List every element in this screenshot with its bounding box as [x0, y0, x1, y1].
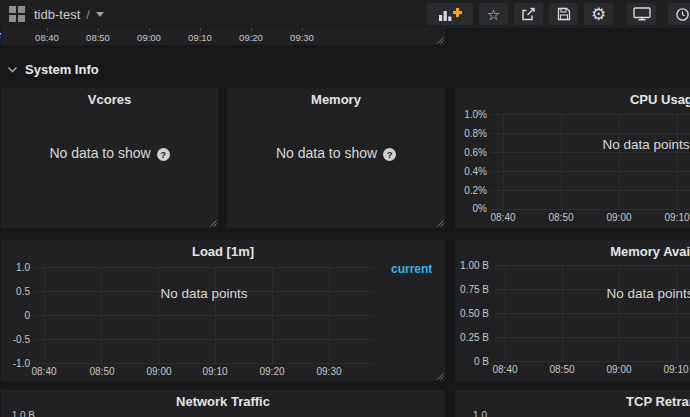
share-icon	[521, 7, 536, 21]
breadcrumb-separator: /	[86, 7, 90, 22]
y-tick: 1.0	[459, 410, 487, 417]
x-tick: 09:20	[234, 32, 268, 43]
add-panel-icon	[438, 7, 462, 22]
x-tick: 08:40	[30, 32, 64, 43]
breadcrumb: tidb-test / tidb-test-Overview	[0, 6, 104, 22]
y-tick: -1.0	[3, 358, 30, 369]
x-tick: 08:50	[545, 364, 579, 375]
y-tick: 1.00 B	[457, 260, 489, 271]
panel-title[interactable]: TCP Retrans	[455, 394, 690, 409]
x-tick: 09:10	[183, 32, 217, 43]
monitor-icon	[633, 7, 651, 21]
clock-icon	[675, 7, 690, 22]
tv-mode-button[interactable]	[627, 3, 656, 25]
panel-memory: Memory No data to show?	[227, 88, 445, 228]
y-tick: 0.25 B	[457, 332, 489, 343]
panel-title[interactable]: Vcores	[1, 92, 218, 107]
grafana-menu-icon[interactable]	[9, 6, 25, 22]
help-icon[interactable]: ?	[383, 148, 396, 161]
y-tick: 0.6%	[457, 147, 487, 158]
x-tick: 08:50	[544, 212, 578, 223]
x-tick: 08:50	[81, 32, 115, 43]
panel-title[interactable]: Network Traffic	[1, 394, 445, 409]
star-icon: ☆	[487, 7, 500, 22]
y-tick: 0.8%	[457, 128, 487, 139]
x-tick: 09:00	[602, 364, 636, 375]
section-title: System Info	[25, 62, 99, 77]
x-tick: 09:10	[659, 364, 690, 375]
axis-tick	[149, 28, 150, 31]
dashboard-dropdown-caret-icon[interactable]	[96, 12, 104, 17]
legend-current[interactable]: current	[391, 262, 432, 276]
graph-area[interactable]	[495, 265, 690, 362]
dashboard-canvas: 08:40 08:50 09:00 09:10 09:20 09:30 Syst…	[0, 28, 690, 417]
y-tick: -0.5	[3, 334, 30, 345]
no-data-message: No data to show?	[1, 145, 218, 161]
y-tick: 1.0 B	[5, 410, 35, 417]
panel-title[interactable]: CPU Usage	[455, 92, 690, 107]
axis-tick	[251, 28, 252, 31]
graph-area[interactable]	[34, 267, 374, 364]
y-tick: 1.0%	[457, 109, 487, 120]
panel-resize-handle[interactable]	[437, 373, 444, 380]
breadcrumb-folder[interactable]: tidb-test	[34, 7, 80, 22]
panel-network-traffic: Network Traffic 1.0 B	[1, 390, 445, 417]
panel-cpu-usage: CPU Usage 1.0% 0.8% 0.6% 0.4% 0.2% 0% 08…	[455, 88, 690, 228]
help-icon[interactable]: ?	[157, 148, 170, 161]
section-header-system-info[interactable]: System Info	[0, 59, 99, 80]
navbar: tidb-test / tidb-test-Overview ☆	[0, 0, 690, 28]
x-tick: 09:20	[255, 366, 289, 377]
axis-tick	[47, 28, 48, 31]
panel-vcores: Vcores No data to show?	[1, 88, 218, 228]
y-tick: 0.2%	[457, 185, 487, 196]
x-tick: 09:00	[602, 212, 636, 223]
y-tick: 0.50 B	[457, 308, 489, 319]
no-data-message: No data points	[495, 286, 690, 301]
save-dashboard-button[interactable]	[549, 3, 578, 25]
panel-scrolled-time-axis: 08:40 08:50 09:00 09:10 09:20 09:30	[1, 28, 445, 45]
no-data-text: No data to show	[276, 145, 377, 161]
y-tick: 0.4%	[457, 166, 487, 177]
panel-resize-handle[interactable]	[210, 220, 217, 227]
time-range-button[interactable]	[668, 3, 690, 25]
share-dashboard-button[interactable]	[514, 3, 543, 25]
x-tick: 08:50	[85, 366, 119, 377]
x-tick: 09:10	[660, 212, 690, 223]
chevron-down-icon	[7, 66, 18, 73]
grafana-app: tidb-test / tidb-test-Overview ☆	[0, 0, 690, 417]
panel-title[interactable]: Load [1m]	[1, 244, 445, 259]
y-tick: 0.5	[3, 286, 30, 297]
star-dashboard-button[interactable]: ☆	[479, 3, 508, 25]
no-data-message: No data points	[34, 286, 374, 301]
axis-tick	[200, 28, 201, 31]
panel-load-1m: Load [1m] 1.0 0.5 0 -0.5 -1.0 08:40 08:5…	[1, 240, 445, 381]
x-tick: 09:30	[312, 366, 346, 377]
y-tick: 1.0	[3, 262, 30, 273]
no-data-message: No data points	[491, 137, 690, 152]
y-tick: 0.75 B	[457, 284, 489, 295]
panel-title[interactable]: Memory Available	[455, 244, 690, 259]
panel-title[interactable]: Memory	[227, 92, 445, 107]
y-tick: 0 B	[457, 356, 489, 367]
axis-tick	[98, 28, 99, 31]
x-tick: 08:40	[486, 212, 520, 223]
x-tick: 08:40	[488, 364, 522, 375]
x-tick: 09:00	[142, 366, 176, 377]
y-tick: 0	[3, 310, 30, 321]
add-panel-button[interactable]	[427, 3, 473, 25]
save-icon	[557, 7, 571, 21]
axis-tick	[302, 28, 303, 31]
gear-icon: ⚙	[591, 6, 606, 23]
no-data-message: No data to show?	[227, 145, 445, 161]
toolbar: ☆ ⚙	[421, 3, 690, 25]
settings-button[interactable]: ⚙	[584, 3, 613, 25]
x-tick: 09:00	[132, 32, 166, 43]
panel-resize-handle[interactable]	[437, 37, 444, 44]
y-tick: 0%	[457, 203, 487, 214]
panel-memory-available: Memory Available 1.00 B 0.75 B 0.50 B 0.…	[455, 240, 690, 381]
x-tick: 08:40	[27, 366, 61, 377]
no-data-text: No data to show	[49, 145, 150, 161]
x-tick: 09:10	[198, 366, 232, 377]
panel-resize-handle[interactable]	[437, 220, 444, 227]
graph-area[interactable]	[491, 114, 690, 210]
